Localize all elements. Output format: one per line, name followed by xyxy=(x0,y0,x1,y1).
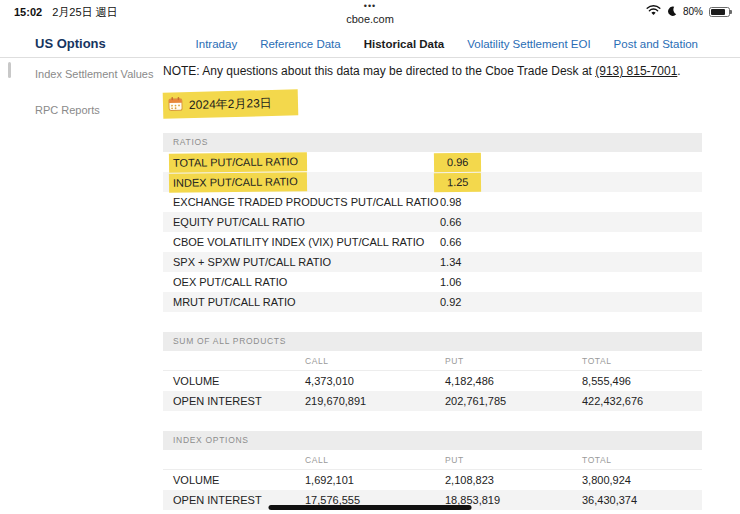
sidebar-item-index-settlement-values[interactable]: Index Settlement Values xyxy=(0,68,163,80)
status-date: 2月25日 週日 xyxy=(52,6,117,18)
column-header-total: TOTAL xyxy=(582,351,702,371)
highlight-annotation: 1.25 xyxy=(434,173,482,193)
table-cell: 4,182,486 xyxy=(445,371,582,391)
sidebar: Index Settlement Values RPC Reports xyxy=(0,58,163,514)
table-cell: 2,108,823 xyxy=(445,470,582,490)
ratio-label: EQUITY PUT/CALL RATIO xyxy=(163,212,440,232)
tab-post-and-station[interactable]: Post and Station xyxy=(614,38,698,50)
content: Index Settlement Values RPC Reports NOTE… xyxy=(0,58,740,514)
highlight-annotation: 0.96 xyxy=(434,153,482,173)
column-header-row: CALL PUT TOTAL xyxy=(163,450,702,470)
table-cell: 3,800,924 xyxy=(582,470,702,490)
highlight-annotation: TOTAL PUT/CALL RATIO xyxy=(169,152,307,173)
tab-historical-data[interactable]: Historical Data xyxy=(364,38,445,50)
table-row: INDEX PUT/CALL RATIO 1.25 xyxy=(163,172,702,192)
ratio-value: 0.92 xyxy=(440,292,702,312)
phone-link[interactable]: (913) 815-7001 xyxy=(595,64,677,78)
table-section-header: INDEX OPTIONS xyxy=(163,431,702,450)
date-picker-highlight: 2024年2月23日 xyxy=(163,89,298,118)
column-header-put: PUT xyxy=(445,351,582,371)
table-row: VOLUME 1,692,101 2,108,823 3,800,924 xyxy=(163,470,702,490)
ratio-value: 1.06 xyxy=(440,272,702,292)
table-row: CBOE VOLATILITY INDEX (VIX) PUT/CALL RAT… xyxy=(163,232,702,252)
browser-chrome: ••• cboe.com xyxy=(346,2,394,25)
tab-reference-data[interactable]: Reference Data xyxy=(260,38,341,50)
ratio-value: 0.66 xyxy=(440,232,702,252)
ratio-label: OEX PUT/CALL RATIO xyxy=(163,272,440,292)
row-label: VOLUME xyxy=(163,470,305,490)
table-cell: 4,373,010 xyxy=(305,371,445,391)
ratio-label: INDEX PUT/CALL RATIO xyxy=(163,172,440,192)
row-label: VOLUME xyxy=(163,371,305,391)
table-row: TOTAL PUT/CALL RATIO 0.96 xyxy=(163,152,702,172)
ratio-label: TOTAL PUT/CALL RATIO xyxy=(163,152,440,172)
ratios-table: RATIOS TOTAL PUT/CALL RATIO 0.96 INDEX P… xyxy=(163,133,702,312)
table-row: SPX + SPXW PUT/CALL RATIO 1.34 xyxy=(163,252,702,272)
ratio-value: 1.34 xyxy=(440,252,702,272)
sum-of-all-products-table: SUM OF ALL PRODUCTS CALL PUT TOTAL VOLUM… xyxy=(163,332,702,411)
date-picker-value: 2024年2月23日 xyxy=(189,94,272,113)
table-cell: 422,432,676 xyxy=(582,391,702,411)
row-label: OPEN INTEREST xyxy=(163,391,305,411)
top-nav: US Options Intraday Reference Data Histo… xyxy=(0,30,740,58)
index-options-table: INDEX OPTIONS CALL PUT TOTAL VOLUME 1,69… xyxy=(163,431,702,510)
ratio-value: 0.96 xyxy=(440,152,702,172)
table-row: EXCHANGE TRADED PRODUCTS PUT/CALL RATIO … xyxy=(163,192,702,212)
status-left: 15:02 2月25日 週日 xyxy=(14,5,118,20)
table-row: EQUITY PUT/CALL RATIO 0.66 xyxy=(163,212,702,232)
column-header-total: TOTAL xyxy=(582,450,702,470)
ratios-rows: TOTAL PUT/CALL RATIO 0.96 INDEX PUT/CALL… xyxy=(163,152,702,312)
battery-percent: 80% xyxy=(683,6,703,17)
status-bar: 15:02 2月25日 週日 ••• cboe.com 80% xyxy=(0,0,740,30)
home-indicator[interactable] xyxy=(269,505,472,510)
ratio-value: 0.66 xyxy=(440,212,702,232)
screen: 15:02 2月25日 週日 ••• cboe.com 80% US Optio… xyxy=(0,0,740,514)
column-header-empty xyxy=(163,450,305,470)
ratio-label: CBOE VOLATILITY INDEX (VIX) PUT/CALL RAT… xyxy=(163,232,440,252)
column-header-call: CALL xyxy=(305,450,445,470)
ratio-value: 0.98 xyxy=(440,192,702,212)
highlight-annotation: INDEX PUT/CALL RATIO xyxy=(169,172,307,193)
date-picker[interactable]: 2024年2月23日 xyxy=(163,91,298,117)
moon-icon xyxy=(667,6,677,18)
table-row: OEX PUT/CALL RATIO 1.06 xyxy=(163,272,702,292)
column-header-put: PUT xyxy=(445,450,582,470)
column-header-empty xyxy=(163,351,305,371)
ratio-label: MRUT PUT/CALL RATIO xyxy=(163,292,440,312)
table-cell: 219,670,891 xyxy=(305,391,445,411)
page-title: US Options xyxy=(35,36,106,51)
note-prefix: NOTE: Any questions about this data may … xyxy=(163,64,595,78)
wifi-icon xyxy=(646,5,661,18)
table-row: VOLUME 4,373,010 4,182,486 8,555,496 xyxy=(163,371,702,391)
note-suffix: . xyxy=(677,64,680,78)
main-panel: NOTE: Any questions about this data may … xyxy=(163,58,740,514)
table-row: MRUT PUT/CALL RATIO 0.92 xyxy=(163,292,702,312)
calendar-icon xyxy=(168,96,183,114)
note-text: NOTE: Any questions about this data may … xyxy=(163,64,702,78)
clock: 15:02 xyxy=(14,6,42,18)
table-cell: 8,555,496 xyxy=(582,371,702,391)
table-section-header: SUM OF ALL PRODUCTS xyxy=(163,332,702,351)
column-header-row: CALL PUT TOTAL xyxy=(163,351,702,371)
ratio-label: SPX + SPXW PUT/CALL RATIO xyxy=(163,252,440,272)
column-header-call: CALL xyxy=(305,351,445,371)
nav-links: Intraday Reference Data Historical Data … xyxy=(196,38,698,50)
ratio-value: 1.25 xyxy=(440,172,702,192)
table-cell: 202,761,785 xyxy=(445,391,582,411)
status-icons: 80% xyxy=(646,5,730,18)
table-cell: 36,430,374 xyxy=(582,490,702,510)
table-row: OPEN INTEREST 219,670,891 202,761,785 42… xyxy=(163,391,702,411)
tab-intraday[interactable]: Intraday xyxy=(196,38,238,50)
tab-volatility-settlement[interactable]: Volatility Settlement EOI xyxy=(467,38,590,50)
sidebar-item-rpc-reports[interactable]: RPC Reports xyxy=(0,104,163,116)
browser-menu-icon[interactable]: ••• xyxy=(346,2,394,11)
table-cell: 1,692,101 xyxy=(305,470,445,490)
battery-icon xyxy=(709,7,730,17)
ratio-label: EXCHANGE TRADED PRODUCTS PUT/CALL RATIO xyxy=(163,192,440,212)
ratios-header: RATIOS xyxy=(163,133,702,152)
address-bar[interactable]: cboe.com xyxy=(346,13,394,25)
